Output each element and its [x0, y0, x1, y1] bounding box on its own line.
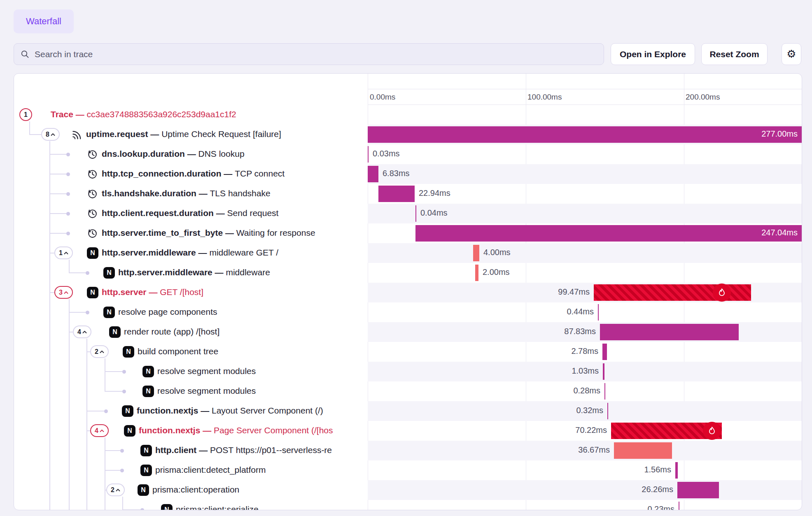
span-duration-bar[interactable] [602, 344, 607, 360]
span-duration-bar[interactable] [675, 462, 678, 479]
trace-row[interactable]: 277.00ms8uptime.request — Uptime Check R… [14, 125, 802, 144]
timeline-cell: 70.22ms [368, 421, 802, 441]
span-label: prisma:client:serialize [176, 504, 259, 510]
trace-row[interactable]: 0.03msdns.lookup.duration — DNS lookup [14, 144, 802, 164]
tree-connector [105, 470, 120, 471]
trace-row[interactable]: 0.23msNprisma:client:serialize [14, 500, 802, 510]
span-duration-bar[interactable] [604, 383, 605, 400]
span-duration-bar[interactable] [679, 502, 679, 510]
children-count-badge[interactable]: 3 [54, 286, 73, 299]
trace-row[interactable]: 0.28msNresolve segment modules [14, 381, 802, 401]
op-desc-separator: — [221, 169, 235, 178]
span-duration-bar[interactable] [603, 363, 604, 380]
span-label: http.server.middleware — middleware [118, 267, 270, 277]
nextjs-icon: N [142, 366, 154, 377]
trace-row[interactable]: 99.47ms3Nhttp.server — GET /[host] [14, 283, 802, 302]
trace-row[interactable]: 0.32msNfunction.nextjs — Layout Server C… [14, 401, 802, 421]
children-count-badge[interactable]: 2 [106, 483, 125, 496]
span-duration-bar[interactable] [475, 265, 478, 281]
timeline-cell: 22.94ms [368, 184, 802, 204]
span-duration-bar[interactable] [368, 166, 378, 182]
span-op: function.nextjs [137, 406, 198, 415]
trace-row[interactable]: 6.83mshttp.tcp_connection.duration — TCP… [14, 164, 802, 184]
span-tree-cell: 4Nrender route (app) /[host] [14, 322, 368, 342]
span-label: http.tcp_connection.duration — TCP conne… [102, 169, 285, 179]
duration-label: 4.00ms [483, 248, 511, 257]
trace-row[interactable]: 247.04mshttp.server.time_to_first_byte —… [14, 223, 802, 243]
trace-row[interactable]: 26.26ms2Nprisma:client:operation [14, 480, 802, 500]
span-tree-cell: Nresolve segment modules [14, 362, 368, 381]
span-label: http.client — POST https://p01--serverle… [155, 445, 332, 455]
nextjs-icon: N [87, 247, 98, 259]
nextjs-icon: N [87, 287, 98, 298]
op-desc-separator: — [147, 287, 160, 297]
flame-icon [717, 288, 727, 298]
span-duration-bar[interactable] [677, 482, 719, 498]
trace-row[interactable]: 87.83ms4Nrender route (app) /[host] [14, 322, 802, 342]
span-duration-bar[interactable] [415, 225, 802, 242]
tree-node-dot [66, 153, 70, 156]
timeline-cell [368, 105, 802, 125]
children-count-badge[interactable]: 2 [90, 345, 109, 358]
children-count-badge[interactable]: 1 [54, 246, 73, 259]
span-duration-bar[interactable] [607, 403, 608, 419]
settings-gear-button[interactable]: ⚙ [782, 43, 801, 65]
span-duration-bar[interactable] [368, 146, 369, 163]
trace-row[interactable]: 70.22ms4Nfunction.nextjs — Page Server C… [14, 421, 802, 441]
tab-waterfall[interactable]: Waterfall [14, 9, 74, 33]
span-tree-cell: http.tcp_connection.duration — TCP conne… [14, 164, 368, 184]
span-description: Send request [227, 208, 279, 218]
span-duration-bar[interactable] [600, 324, 739, 340]
duration-label: 70.22ms [575, 425, 607, 435]
tree-node-dot [66, 192, 70, 196]
duration-label: 0.44ms [567, 307, 594, 316]
trace-row[interactable]: 0.04mshttp.client.request.duration — Sen… [14, 204, 802, 223]
children-count-badge[interactable]: 8 [41, 128, 60, 141]
duration-label: 36.67ms [578, 445, 610, 455]
span-duration-bar[interactable] [415, 205, 416, 222]
span-label: Trace — cc3ae3748883563a926c253d9aa1c1f2 [51, 109, 236, 119]
span-label: uptime.request — Uptime Check Request [f… [86, 129, 281, 139]
nextjs-icon: N [103, 307, 115, 318]
span-op: dns.lookup.duration [102, 149, 185, 158]
span-op: http.server [102, 287, 147, 297]
search-input[interactable] [34, 49, 597, 60]
trace-row[interactable]: 0.44msNresolve page components [14, 302, 802, 322]
span-op: prisma:client:operation [152, 485, 239, 494]
span-op: resolve segment modules [157, 386, 256, 395]
span-duration-bar[interactable] [473, 245, 479, 261]
duration-label: 247.04ms [761, 228, 798, 237]
flame-icon [707, 426, 717, 436]
span-tree-cell: 1Trace — cc3ae3748883563a926c253d9aa1c1f… [14, 105, 368, 125]
timeline-cell: 99.47ms [368, 283, 802, 302]
span-duration-bar[interactable] [598, 304, 599, 321]
children-count-badge[interactable]: 4 [73, 325, 91, 338]
timeline-cell: 0.04ms [368, 204, 802, 223]
children-count-badge[interactable]: 1 [19, 108, 32, 121]
span-duration-bar[interactable] [614, 442, 672, 459]
trace-row[interactable]: 2.78ms2Nbuild component tree [14, 342, 802, 362]
sentry-icon [71, 129, 82, 140]
children-count: 1 [59, 249, 63, 257]
duration-label: 0.28ms [573, 386, 600, 395]
timeline-cell: 36.67ms [368, 441, 802, 460]
open-in-explore-button[interactable]: Open in Explore [611, 43, 695, 65]
span-duration-bar[interactable] [378, 186, 415, 202]
span-duration-bar[interactable] [368, 126, 802, 143]
trace-row[interactable]: 22.94mstls.handshake.duration — TLS hand… [14, 184, 802, 204]
span-label: http.server.time_to_first_byte — Waiting… [102, 228, 315, 238]
span-description: GET /[host] [160, 287, 203, 297]
search-box[interactable] [14, 43, 604, 65]
trace-row[interactable]: 1.56msNprisma:client:detect_platform [14, 460, 802, 480]
trace-row[interactable]: 1Trace — cc3ae3748883563a926c253d9aa1c1f… [14, 105, 802, 125]
span-tree-cell: tls.handshake.duration — TLS handshake [14, 184, 368, 204]
children-count-badge[interactable]: 4 [90, 424, 109, 437]
trace-row[interactable]: 4.00ms1Nhttp.server.middleware — middlew… [14, 243, 802, 263]
span-label: resolve segment modules [157, 386, 256, 396]
trace-row[interactable]: 2.00msNhttp.server.middleware — middlewa… [14, 263, 802, 283]
gear-icon: ⚙ [786, 48, 796, 60]
span-description: TCP connect [235, 169, 285, 178]
reset-zoom-button[interactable]: Reset Zoom [701, 43, 768, 65]
trace-row[interactable]: 1.03msNresolve segment modules [14, 362, 802, 381]
trace-row[interactable]: 36.67msNhttp.client — POST https://p01--… [14, 441, 802, 460]
